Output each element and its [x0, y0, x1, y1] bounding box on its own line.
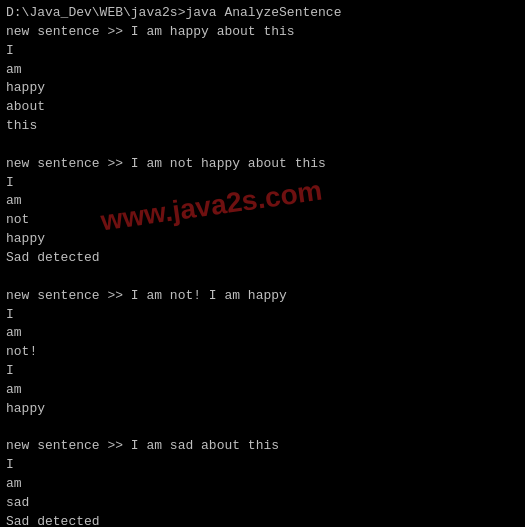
terminal-line: new sentence >> I am happy about this	[6, 23, 519, 42]
terminal-line: sad	[6, 494, 519, 513]
terminal-line: I	[6, 456, 519, 475]
terminal-line: new sentence >> I am not happy about thi…	[6, 155, 519, 174]
terminal-line: I	[6, 174, 519, 193]
terminal-line: am	[6, 381, 519, 400]
terminal-line: not!	[6, 343, 519, 362]
terminal-line: am	[6, 192, 519, 211]
terminal-line: am	[6, 324, 519, 343]
terminal-line: am	[6, 61, 519, 80]
terminal-line: D:\Java_Dev\WEB\java2s>java AnalyzeSente…	[6, 4, 519, 23]
terminal-line: I	[6, 42, 519, 61]
terminal-line: new sentence >> I am sad about this	[6, 437, 519, 456]
terminal-line: I	[6, 306, 519, 325]
terminal-line: happy	[6, 79, 519, 98]
terminal-line: about	[6, 98, 519, 117]
terminal-line: happy	[6, 230, 519, 249]
terminal-line: this	[6, 117, 519, 136]
terminal-line: new sentence >> I am not! I am happy	[6, 287, 519, 306]
terminal-line: Sad detected	[6, 249, 519, 268]
terminal-line: not	[6, 211, 519, 230]
output-lines: D:\Java_Dev\WEB\java2s>java AnalyzeSente…	[6, 4, 519, 527]
terminal-line: I	[6, 362, 519, 381]
terminal-line: Sad detected	[6, 513, 519, 527]
terminal-line: am	[6, 475, 519, 494]
terminal-line: happy	[6, 400, 519, 419]
terminal-window: www.java2s.com D:\Java_Dev\WEB\java2s>ja…	[0, 0, 525, 527]
